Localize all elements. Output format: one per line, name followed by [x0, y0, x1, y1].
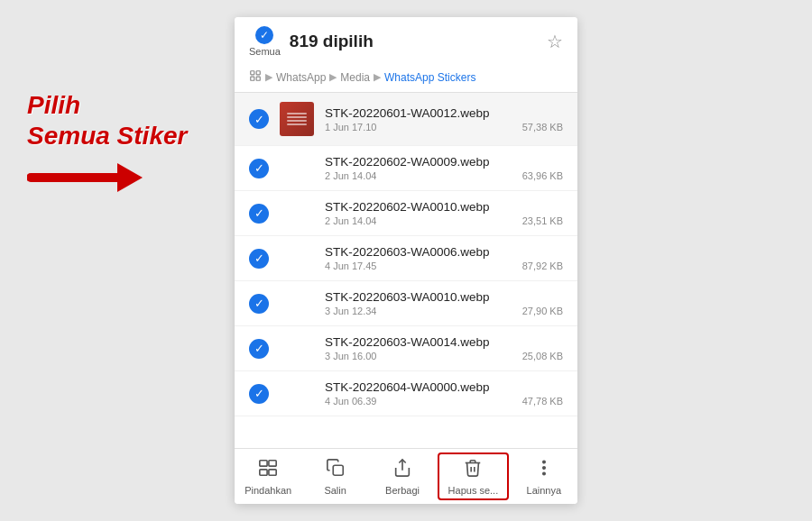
file-item[interactable]: ✓STK-20220602-WA0009.webp2 Jun 14.0463,9…: [235, 146, 577, 191]
file-date: 2 Jun 14.04: [325, 215, 377, 226]
file-name: STK-20220603-WA0010.webp: [325, 290, 563, 304]
home-icon[interactable]: [249, 69, 262, 85]
svg-rect-2: [256, 71, 260, 75]
toolbar-berbagi-label: Berbagi: [385, 485, 420, 496]
file-date: 4 Jun 06.39: [325, 396, 377, 407]
file-info: STK-20220604-WA0000.webp4 Jun 06.3947,78…: [325, 380, 563, 407]
svg-rect-9: [333, 465, 343, 475]
file-meta: 4 Jun 06.3947,78 KB: [325, 396, 563, 407]
svg-rect-4: [256, 77, 260, 80]
toolbar-lainnya-label: Lainnya: [527, 485, 562, 496]
file-item[interactable]: ✓STK-20220603-WA0014.webp3 Jun 16.0025,0…: [235, 326, 577, 371]
pindahkan-icon: [258, 458, 278, 482]
file-info: STK-20220603-WA0014.webp3 Jun 16.0025,08…: [325, 335, 563, 361]
file-item[interactable]: ✓STK-20220601-WA0012.webp1 Jun 17.1057,3…: [235, 93, 577, 146]
file-checkbox[interactable]: ✓: [249, 249, 269, 269]
annotation-line1: Pilih: [27, 90, 80, 121]
file-date: 2 Jun 14.04: [325, 170, 377, 181]
file-meta: 1 Jun 17.1057,38 KB: [325, 122, 563, 133]
file-meta: 3 Jun 12.3427,90 KB: [325, 306, 563, 316]
annotation-line2: Semua Stiker: [27, 121, 187, 151]
file-checkbox[interactable]: ✓: [249, 109, 269, 129]
file-date: 3 Jun 12.34: [325, 306, 377, 316]
file-size: 63,96 KB: [522, 170, 563, 181]
file-item[interactable]: ✓STK-20220603-WA0010.webp3 Jun 12.3427,9…: [235, 281, 577, 326]
arrow-icon: [27, 158, 144, 197]
file-meta: 3 Jun 16.0025,08 KB: [325, 351, 563, 361]
file-date: 3 Jun 16.00: [325, 351, 377, 361]
svg-point-13: [543, 472, 545, 474]
lainnya-icon: [534, 458, 554, 482]
file-size: 87,92 KB: [522, 260, 563, 271]
breadcrumb-sep-1: ▶: [265, 71, 272, 83]
select-all-check: ✓: [255, 26, 273, 44]
toolbar-berbagi-button[interactable]: Berbagi: [369, 449, 436, 504]
file-meta: 2 Jun 14.0423,51 KB: [325, 215, 563, 226]
file-size: 23,51 KB: [522, 215, 563, 226]
file-name: STK-20220603-WA0014.webp: [325, 335, 563, 349]
file-info: STK-20220603-WA0010.webp3 Jun 12.3427,90…: [325, 290, 563, 316]
file-size: 57,38 KB: [522, 122, 563, 133]
file-info: STK-20220601-WA0012.webp1 Jun 17.1057,38…: [325, 106, 563, 133]
svg-rect-5: [260, 460, 267, 465]
semua-button[interactable]: ✓ Semua: [249, 26, 281, 57]
breadcrumb-stickers[interactable]: WhatsApp Stickers: [384, 71, 475, 84]
toolbar-salin-button[interactable]: Salin: [301, 449, 368, 504]
svg-marker-0: [117, 163, 143, 192]
selection-count: 819 dipilih: [290, 32, 374, 51]
semua-label-text: Semua: [249, 46, 281, 57]
breadcrumb-media[interactable]: Media: [340, 71, 370, 84]
file-checkbox[interactable]: ✓: [249, 204, 269, 224]
file-info: STK-20220603-WA0006.webp4 Jun 17.4587,92…: [325, 245, 563, 271]
header-left: ✓ Semua 819 dipilih: [249, 26, 374, 57]
file-name: STK-20220604-WA0000.webp: [325, 380, 563, 394]
file-checkbox[interactable]: ✓: [249, 294, 269, 314]
file-size: 27,90 KB: [522, 306, 563, 316]
hapus-icon: [463, 458, 483, 482]
file-checkbox[interactable]: ✓: [249, 339, 269, 359]
file-date: 4 Jun 17.45: [325, 260, 377, 271]
toolbar-pindahkan-button[interactable]: Pindahkan: [235, 449, 301, 504]
file-manager-panel: ✓ Semua 819 dipilih ☆ ▶ WhatsApp ▶ Media: [235, 17, 577, 504]
star-button[interactable]: ☆: [547, 31, 563, 52]
toolbar-lainnya-button[interactable]: Lainnya: [511, 449, 577, 504]
file-item[interactable]: ✓STK-20220604-WA0000.webp4 Jun 06.3947,7…: [235, 371, 577, 416]
file-info: STK-20220602-WA0010.webp2 Jun 14.0423,51…: [325, 200, 563, 226]
header: ✓ Semua 819 dipilih ☆ ▶ WhatsApp ▶ Media: [235, 17, 577, 93]
file-thumbnail: [280, 102, 314, 136]
breadcrumb-sep-3: ▶: [374, 71, 381, 83]
file-checkbox[interactable]: ✓: [249, 384, 269, 404]
svg-rect-1: [251, 71, 254, 75]
svg-rect-8: [269, 469, 276, 474]
breadcrumb-whatsapp[interactable]: WhatsApp: [276, 71, 326, 84]
file-date: 1 Jun 17.10: [325, 122, 377, 133]
breadcrumb-sep-2: ▶: [329, 71, 337, 83]
arrow-container: [27, 158, 144, 197]
svg-rect-7: [260, 469, 267, 474]
annotation-overlay: Pilih Semua Stiker: [27, 90, 187, 197]
file-item[interactable]: ✓STK-20220603-WA0006.webp4 Jun 17.4587,9…: [235, 236, 577, 281]
svg-rect-6: [269, 460, 276, 465]
file-name: STK-20220602-WA0009.webp: [325, 155, 563, 169]
toolbar-hapus-label: Hapus se...: [448, 485, 499, 496]
svg-point-12: [543, 466, 545, 468]
svg-rect-3: [251, 77, 254, 80]
file-name: STK-20220603-WA0006.webp: [325, 245, 563, 259]
file-meta: 4 Jun 17.4587,92 KB: [325, 260, 563, 271]
toolbar-pindahkan-label: Pindahkan: [245, 485, 291, 496]
svg-point-11: [543, 461, 545, 462]
file-list: ✓STK-20220601-WA0012.webp1 Jun 17.1057,3…: [235, 93, 577, 448]
file-size: 47,78 KB: [522, 396, 563, 407]
file-info: STK-20220602-WA0009.webp2 Jun 14.0463,96…: [325, 155, 563, 181]
toolbar-salin-label: Salin: [324, 485, 346, 496]
file-name: STK-20220601-WA0012.webp: [325, 106, 563, 120]
salin-icon: [326, 458, 346, 482]
file-checkbox[interactable]: ✓: [249, 159, 269, 178]
berbagi-icon: [392, 458, 412, 482]
toolbar-hapus-button[interactable]: Hapus se...: [438, 452, 508, 500]
bottom-toolbar: PindahkanSalinBerbagiHapus se...Lainnya: [235, 448, 577, 504]
header-top: ✓ Semua 819 dipilih ☆: [249, 26, 563, 64]
file-item[interactable]: ✓STK-20220602-WA0010.webp2 Jun 14.0423,5…: [235, 191, 577, 236]
file-name: STK-20220602-WA0010.webp: [325, 200, 563, 214]
file-meta: 2 Jun 14.0463,96 KB: [325, 170, 563, 181]
